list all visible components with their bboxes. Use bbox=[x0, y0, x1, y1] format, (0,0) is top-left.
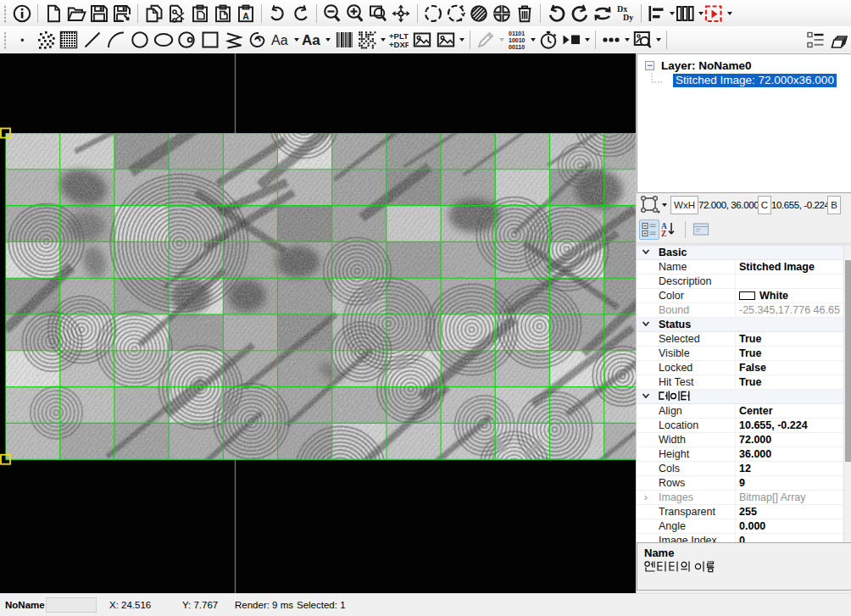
svg-text:Aa: Aa bbox=[271, 33, 288, 47]
svg-text:Dy: Dy bbox=[623, 13, 633, 22]
svg-text:10010: 10010 bbox=[509, 37, 526, 43]
svg-text:+PLT: +PLT bbox=[389, 31, 409, 41]
svg-text:A: A bbox=[661, 222, 667, 230]
svg-text:A: A bbox=[242, 10, 249, 20]
svg-text:+DXF: +DXF bbox=[389, 40, 409, 49]
svg-text:Z: Z bbox=[661, 230, 666, 238]
svg-text:Aa: Aa bbox=[302, 32, 320, 48]
svg-text:00110: 00110 bbox=[509, 44, 525, 50]
svg-text:01101: 01101 bbox=[509, 31, 525, 36]
